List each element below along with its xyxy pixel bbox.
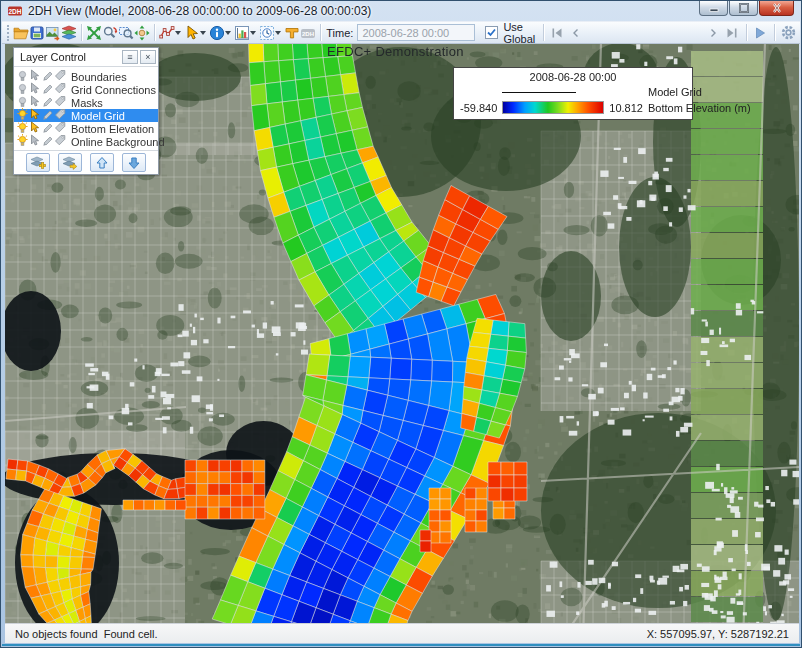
svg-text:2DH: 2DH xyxy=(8,8,21,15)
layer-panel-header[interactable]: Layer Control ≡ × xyxy=(14,48,158,67)
last-icon xyxy=(725,27,739,39)
label-tag-icon[interactable] xyxy=(54,134,67,149)
polyline-icon xyxy=(159,25,175,41)
use-global-checkbox[interactable] xyxy=(485,26,498,39)
close-button[interactable] xyxy=(759,1,794,16)
app-logo-icon: 2DH xyxy=(7,3,23,19)
2dh-tool-button[interactable]: 2DH xyxy=(300,23,316,43)
tee-icon xyxy=(284,25,300,41)
gear-icon xyxy=(780,24,797,41)
map-viewport[interactable]: EFDC+ Demonstration Layer Control ≡ × Bo… xyxy=(5,44,799,623)
layers-button[interactable] xyxy=(61,23,77,43)
legend-colorbar xyxy=(502,101,604,114)
toolbar-separator xyxy=(320,24,321,41)
animation-button[interactable] xyxy=(259,23,275,43)
profile-tee-button[interactable] xyxy=(284,23,300,43)
add-layer-icon xyxy=(30,156,46,170)
time-label: Time: xyxy=(326,27,353,39)
select-cursor-icon xyxy=(184,25,200,41)
move-layer-up-button[interactable] xyxy=(90,153,114,172)
status-message: No objects found Found cell. xyxy=(15,628,647,640)
minimize-button[interactable] xyxy=(699,1,728,16)
time-input[interactable] xyxy=(357,24,475,41)
layer-panel-close-button[interactable]: × xyxy=(140,50,156,64)
zoom-extent-button[interactable] xyxy=(86,23,102,43)
layer-panel-menu-button[interactable]: ≡ xyxy=(122,50,138,64)
chart-icon xyxy=(234,25,250,41)
toolbar-separator xyxy=(746,24,747,41)
zoom-window-icon xyxy=(118,25,134,41)
info-icon xyxy=(209,25,225,41)
legend-line-sample xyxy=(502,92,576,93)
open-folder-icon xyxy=(13,25,29,41)
legend-field-name: Bottom Elevation (m) xyxy=(648,102,751,114)
nav-first-button[interactable] xyxy=(548,24,567,42)
arrow-up-icon xyxy=(95,156,109,170)
export-image-button[interactable] xyxy=(45,23,61,43)
layer-label: Model Grid xyxy=(71,110,125,122)
pan-button[interactable] xyxy=(134,23,150,43)
layer-panel-title: Layer Control xyxy=(20,51,120,63)
2dh-logo-icon: 2DH xyxy=(300,25,316,41)
chevron-left-icon xyxy=(570,27,582,39)
save-icon xyxy=(29,25,45,41)
save-image-button[interactable] xyxy=(29,23,45,43)
image-export-icon xyxy=(45,25,61,41)
add-layer-button[interactable] xyxy=(26,153,50,172)
map-annotation: EFDC+ Demonstration xyxy=(327,44,464,59)
legend: 2008-06-28 00:00 Model Grid -59.840 10.8… xyxy=(453,67,693,120)
info-dropdown-caret[interactable] xyxy=(225,31,231,35)
layer-label: Bottom Elevation xyxy=(71,123,154,135)
pick-cursor-icon[interactable] xyxy=(29,134,41,149)
layer-panel-footer xyxy=(14,150,158,174)
check-icon xyxy=(486,27,497,38)
toolbar-separator xyxy=(774,24,775,41)
zoom-previous-button[interactable] xyxy=(102,23,118,43)
maximize-button[interactable] xyxy=(729,1,758,16)
zoom-extent-icon xyxy=(86,25,102,41)
animation-dropdown-caret[interactable] xyxy=(275,31,281,35)
pan-icon xyxy=(134,25,150,41)
select-button[interactable] xyxy=(184,23,200,43)
layer-label: Boundaries xyxy=(71,71,127,83)
layer-row-online-background[interactable]: Online Background xyxy=(14,135,158,148)
toolbar-grip[interactable] xyxy=(7,25,10,41)
polyline-button[interactable] xyxy=(159,23,175,43)
nav-previous-button[interactable] xyxy=(567,24,586,42)
edit-pencil-icon[interactable] xyxy=(41,134,54,149)
import-layer-button[interactable] xyxy=(58,153,82,172)
window-title: 2DH View (Model, 2008-06-28 00:00:00 to … xyxy=(28,4,371,18)
legend-max: 10.812 xyxy=(609,102,643,114)
chart-dropdown-caret[interactable] xyxy=(250,31,256,35)
menu-icon: ≡ xyxy=(127,52,132,62)
layer-arrow-icon xyxy=(62,156,78,170)
play-button[interactable] xyxy=(751,24,770,42)
settings-button[interactable] xyxy=(779,24,798,42)
move-layer-down-button[interactable] xyxy=(122,153,146,172)
close-icon xyxy=(769,2,785,14)
time-slider-track[interactable] xyxy=(586,24,704,42)
play-icon xyxy=(753,26,767,40)
layer-state-icons[interactable] xyxy=(17,134,67,149)
legend-layer-name: Model Grid xyxy=(648,86,751,98)
app-window: 2DH 2DH View (Model, 2008-06-28 00:00:00… xyxy=(0,0,802,648)
titlebar[interactable]: 2DH 2DH View (Model, 2008-06-28 00:00:00… xyxy=(1,1,801,21)
status-coordinates: X: 557095.97, Y: 5287192.21 xyxy=(647,628,789,640)
toolbar: 2DH Time: Use Global xyxy=(2,21,800,44)
open-button[interactable] xyxy=(13,23,29,43)
legend-datetime: 2008-06-28 00:00 xyxy=(460,71,686,83)
info-button[interactable] xyxy=(209,23,225,43)
nav-next-button[interactable] xyxy=(704,24,723,42)
layers-icon xyxy=(61,25,77,41)
polyline-dropdown-caret[interactable] xyxy=(175,31,181,35)
select-dropdown-caret[interactable] xyxy=(200,31,206,35)
zoom-window-button[interactable] xyxy=(118,23,134,43)
visibility-bulb-icon[interactable] xyxy=(17,134,29,149)
minimize-icon xyxy=(706,2,722,14)
zoom-previous-icon xyxy=(102,25,118,41)
chart-button[interactable] xyxy=(234,23,250,43)
nav-last-button[interactable] xyxy=(723,24,742,42)
arrow-down-icon xyxy=(127,156,141,170)
clock-icon xyxy=(259,25,275,41)
statusbar: No objects found Found cell. X: 557095.9… xyxy=(5,623,799,643)
